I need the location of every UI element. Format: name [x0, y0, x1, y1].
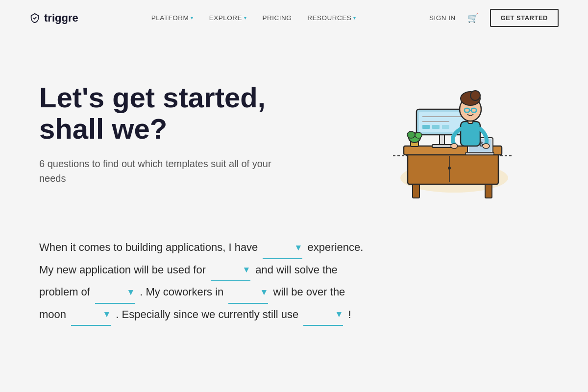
nav-resources[interactable]: RESOURCES ▾ — [307, 14, 356, 22]
chevron-down-icon: ▾ — [262, 284, 266, 300]
logo-icon — [29, 13, 40, 24]
desk-illustration: 6 — [364, 65, 530, 202]
form-text-9: . Especially since we currently still us… — [116, 308, 298, 320]
logo-text: triggre — [44, 12, 78, 24]
navbar: triggre PLATFORM ▾ EXPLORE ▾ PRICING RES… — [0, 0, 588, 36]
svg-rect-21 — [466, 152, 494, 155]
chevron-down-icon: ▾ — [191, 15, 194, 21]
svg-point-31 — [483, 144, 490, 148]
chevron-down-icon: ▾ — [353, 15, 356, 21]
svg-rect-3 — [408, 152, 498, 184]
svg-rect-22 — [461, 122, 480, 146]
hero-subtitle: 6 questions to find out which templates … — [39, 156, 274, 186]
currently-use-dropdown[interactable]: ▾ — [303, 304, 343, 326]
svg-rect-10 — [432, 145, 452, 147]
logo[interactable]: triggre — [29, 12, 78, 24]
nav-pricing[interactable]: PRICING — [263, 14, 292, 22]
experience-value — [265, 238, 294, 257]
nav-links: PLATFORM ▾ EXPLORE ▾ PRICING RESOURCES ▾ — [151, 14, 356, 22]
coworkers-value — [230, 282, 260, 302]
chevron-down-icon: ▾ — [128, 284, 133, 300]
get-started-button[interactable]: GET STARTED — [490, 9, 559, 27]
form-text-4: and will solve the — [255, 264, 338, 276]
hero-section: Let's get started, shall we? 6 questions… — [0, 36, 588, 222]
svg-rect-5 — [413, 184, 419, 198]
form-text-3: My new application will be used for — [39, 264, 206, 276]
svg-rect-16 — [432, 125, 440, 129]
nav-platform[interactable]: PLATFORM ▾ — [151, 14, 194, 22]
form-text-2: experience. — [308, 241, 364, 253]
form-paragraph: When it comes to building applications, … — [39, 237, 475, 326]
svg-point-30 — [451, 144, 458, 148]
form-text-6: . My coworkers in — [140, 286, 223, 298]
svg-rect-17 — [442, 125, 449, 129]
chevron-down-icon: ▾ — [337, 306, 341, 322]
hero-title: Let's get started, shall we? — [39, 82, 319, 145]
used-for-dropdown[interactable]: ▾ — [211, 259, 250, 282]
svg-rect-15 — [422, 125, 430, 129]
coworkers-dropdown[interactable]: ▾ — [228, 281, 268, 304]
experience-dropdown[interactable]: ▾ — [263, 237, 302, 259]
sign-in-link[interactable]: SIGN IN — [429, 14, 456, 22]
form-text-8: moon — [39, 308, 66, 320]
svg-point-34 — [407, 131, 415, 138]
chevron-down-icon: ▾ — [244, 262, 248, 277]
moon-dropdown[interactable]: ▾ — [71, 304, 111, 326]
form-text-1: When it comes to building applications, … — [39, 241, 258, 253]
svg-point-26 — [470, 91, 480, 100]
svg-point-35 — [415, 132, 422, 138]
form-text-7: will be over the — [273, 286, 345, 298]
currently-use-value — [305, 305, 335, 324]
form-text-5: problem of — [39, 286, 90, 298]
nav-actions: SIGN IN 🛒 GET STARTED — [429, 9, 559, 27]
form-text-10: ! — [348, 308, 351, 320]
problem-value — [97, 282, 126, 302]
cart-icon[interactable]: 🛒 — [467, 13, 478, 24]
chevron-down-icon: ▾ — [296, 240, 300, 255]
moon-value — [73, 305, 102, 324]
hero-illustration: 6 — [345, 65, 549, 202]
svg-rect-6 — [485, 184, 492, 198]
hero-text: Let's get started, shall we? 6 questions… — [39, 82, 319, 186]
used-for-value — [213, 260, 242, 280]
svg-point-8 — [448, 167, 451, 170]
chevron-down-icon: ▾ — [104, 306, 109, 322]
form-section: When it comes to building applications, … — [0, 222, 514, 355]
chevron-down-icon: ▾ — [244, 15, 247, 21]
nav-explore[interactable]: EXPLORE ▾ — [209, 14, 247, 22]
problem-dropdown[interactable]: ▾ — [95, 281, 135, 304]
